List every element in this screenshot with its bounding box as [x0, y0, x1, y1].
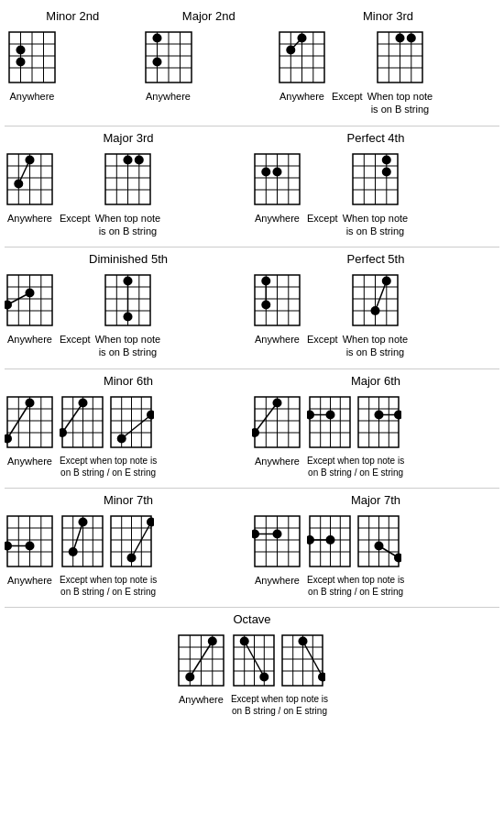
- fret-diagram: [5, 149, 55, 209]
- svg-point-252: [240, 636, 249, 645]
- fret-diagram: [252, 512, 302, 571]
- diagram-item: Anywhere: [5, 270, 55, 346]
- except-diagrams: [60, 392, 157, 452]
- svg-point-45: [14, 179, 23, 188]
- perfect4th-diagrams: Anywhere Except: [252, 149, 408, 238]
- svg-point-223: [326, 535, 335, 544]
- svg-point-92: [123, 313, 132, 322]
- minor3rd-title: Minor 3rd: [277, 9, 499, 23]
- perf5th-title: Perfect 5th: [252, 252, 499, 266]
- fret-diagram: [103, 270, 153, 330]
- diagram-item: [108, 392, 154, 452]
- except-group: Except when top note ison B string / on …: [307, 512, 404, 598]
- diagram-item: [356, 392, 401, 452]
- label-anywhere: Anywhere: [10, 90, 55, 103]
- svg-point-55: [135, 155, 144, 164]
- diagram-item: [279, 631, 325, 690]
- dim5th-diagrams: Anywhere Except: [5, 270, 160, 359]
- except-group: Except when top note ison B string / on …: [307, 392, 404, 478]
- svg-point-54: [123, 155, 132, 164]
- diagram-item: [356, 512, 401, 571]
- diagram-item: [60, 512, 105, 571]
- label-anywhere: Anywhere: [255, 333, 300, 346]
- svg-point-83: [26, 289, 35, 298]
- diagram-item: Anywhere: [176, 631, 226, 706]
- major7th-diagrams: Anywhere: [252, 512, 404, 598]
- row-2: Major 3rd: [5, 131, 499, 238]
- svg-point-243: [208, 636, 217, 645]
- fret-diagram: [5, 270, 55, 330]
- diagram-item: Anywhere: [5, 28, 60, 103]
- diagram-item: [307, 392, 353, 452]
- minor7th-title: Minor 7th: [5, 493, 252, 507]
- dim5th-title: Diminished 5th: [5, 252, 252, 266]
- svg-point-242: [185, 672, 194, 681]
- svg-point-253: [259, 672, 268, 681]
- svg-point-262: [298, 636, 307, 645]
- fret-diagram: [5, 392, 55, 452]
- fret-diagram: [356, 512, 401, 571]
- fret-diagram: [141, 28, 196, 87]
- svg-point-112: [370, 306, 379, 315]
- major7th-title: Major 7th: [252, 493, 499, 507]
- major3rd-title: Major 3rd: [5, 131, 252, 145]
- octave-title: Octave: [176, 612, 328, 626]
- svg-point-192: [69, 547, 78, 556]
- section-major2nd: Major 2nd Anywhere: [141, 9, 278, 116]
- except-group: Except when top note ison B string / on …: [60, 392, 157, 478]
- fret-diagram: [277, 28, 327, 87]
- svg-point-102: [261, 277, 270, 286]
- fret-diagram: [252, 149, 302, 209]
- section-minor6th: Minor 6th: [5, 374, 252, 478]
- svg-point-36: [407, 34, 416, 43]
- label-top-b: When top noteis on B string: [343, 212, 409, 238]
- major3rd-diagrams: Anywhere Except: [5, 149, 160, 238]
- fret-diagram: [60, 512, 105, 571]
- except-diagrams: [307, 512, 404, 571]
- fret-diagram: [350, 270, 400, 330]
- row-1: Minor 2nd: [5, 9, 499, 116]
- major6th-diagrams: Anywhere: [252, 392, 404, 478]
- diagram-item: [307, 512, 353, 571]
- except-diagrams: [307, 392, 404, 452]
- diagram-item: Anywhere: [5, 512, 55, 587]
- svg-point-93: [123, 277, 132, 286]
- fret-diagram: [103, 149, 153, 209]
- diagram-item: Anywhere: [5, 149, 55, 225]
- svg-point-202: [127, 553, 137, 562]
- label-anywhere: Anywhere: [146, 90, 191, 103]
- diagram-item: Except: [307, 149, 338, 225]
- label-except-b-e: Except when top note ison B string / on …: [60, 574, 157, 598]
- diagram-item: Anywhere: [277, 28, 327, 103]
- page: Minor 2nd: [0, 0, 504, 735]
- svg-point-73: [382, 167, 391, 176]
- fret-diagram: [252, 270, 302, 330]
- svg-point-17: [152, 58, 161, 67]
- svg-point-142: [117, 434, 126, 443]
- label-top-b: When top noteis on B string: [95, 333, 161, 359]
- label-except: Except: [307, 212, 338, 225]
- label-anywhere: Anywhere: [255, 212, 300, 225]
- diagram-item: [108, 512, 154, 571]
- diagram-item: Except: [307, 270, 338, 346]
- section-major3rd: Major 3rd: [5, 131, 252, 238]
- label-except-b-e: Except when top note ison B string / on …: [307, 455, 404, 478]
- svg-point-183: [26, 541, 35, 550]
- section-minor3rd: Minor 3rd: [277, 9, 499, 116]
- perfect4th-title: Perfect 4th: [252, 131, 499, 145]
- minor2nd-diagrams: Anywhere: [5, 28, 60, 103]
- label-anywhere: Anywhere: [279, 90, 324, 103]
- svg-point-16: [152, 34, 161, 43]
- label-anywhere: Anywhere: [255, 574, 300, 587]
- label-except: Except: [332, 90, 363, 103]
- except-diagrams: [231, 631, 328, 690]
- section-dim5th: Diminished 5th: [5, 252, 252, 359]
- minor6th-diagrams: Anywhere: [5, 392, 157, 478]
- label-anywhere: Anywhere: [179, 693, 224, 706]
- diagram-item: [60, 392, 105, 452]
- minor3rd-diagrams: Anywhere Except: [277, 28, 433, 116]
- label-anywhere: Anywhere: [7, 574, 52, 587]
- svg-point-26: [286, 46, 295, 55]
- section-octave: Octave: [176, 612, 328, 717]
- major6th-title: Major 6th: [252, 374, 499, 388]
